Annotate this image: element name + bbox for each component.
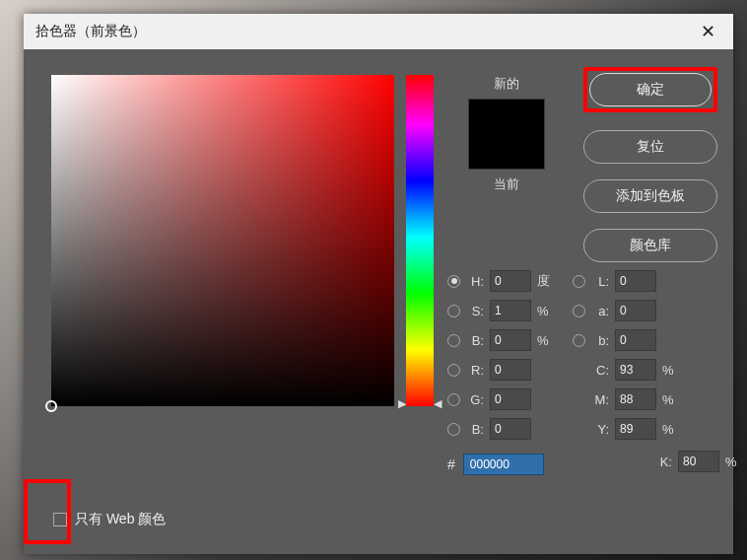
s-input[interactable]: 1 bbox=[490, 300, 531, 321]
button-column: 确定 复位 添加到色板 颜色库 bbox=[583, 67, 717, 262]
b-rgb-radio[interactable] bbox=[447, 423, 460, 436]
saturation-value-field[interactable] bbox=[51, 75, 394, 406]
b-hsb-radio[interactable] bbox=[447, 334, 460, 347]
color-library-button[interactable]: 颜色库 bbox=[583, 229, 717, 262]
a-input[interactable]: 0 bbox=[615, 300, 656, 321]
c-input[interactable]: 93 bbox=[615, 359, 656, 381]
color-preview: 新的 当前 bbox=[447, 75, 566, 193]
add-to-swatch-button[interactable]: 添加到色板 bbox=[583, 179, 717, 213]
hex-input[interactable]: 000000 bbox=[463, 454, 544, 475]
b-rgb-input[interactable]: 0 bbox=[490, 418, 531, 440]
r-label: R: bbox=[466, 363, 484, 378]
close-icon[interactable]: ✕ bbox=[695, 19, 721, 44]
color-value-fields: H: 0 度 L: 0 S: 1 % bbox=[447, 270, 743, 483]
hue-slider-thumb[interactable]: ▶◀ bbox=[398, 397, 441, 410]
hue-radio[interactable] bbox=[447, 275, 460, 288]
g-input[interactable]: 0 bbox=[490, 388, 531, 410]
web-only-label: 只有 Web 颜色 bbox=[75, 511, 166, 528]
r-input[interactable]: 0 bbox=[490, 359, 531, 381]
b-hsb-input[interactable]: 0 bbox=[490, 329, 531, 351]
l-input[interactable]: 0 bbox=[615, 270, 656, 292]
b-rgb-label: B: bbox=[466, 422, 484, 437]
reset-button[interactable]: 复位 bbox=[583, 130, 717, 164]
a-radio[interactable] bbox=[573, 305, 585, 317]
y-input[interactable]: 89 bbox=[615, 418, 656, 440]
y-label: Y: bbox=[591, 422, 609, 437]
y-unit: % bbox=[662, 422, 680, 437]
b-lab-label: b: bbox=[591, 333, 609, 348]
new-color-label: 新的 bbox=[447, 75, 566, 93]
current-color-label: 当前 bbox=[447, 175, 566, 193]
b-hsb-label: B: bbox=[466, 333, 484, 348]
g-radio[interactable] bbox=[447, 393, 460, 406]
s-label: S: bbox=[466, 304, 484, 318]
l-radio[interactable] bbox=[573, 275, 585, 288]
dialog-body: ▶◀ 新的 当前 确定 复位 添加到色板 颜色库 H: 0 度 bbox=[24, 49, 733, 554]
a-label: a: bbox=[591, 304, 609, 318]
l-label: L: bbox=[591, 274, 609, 289]
highlight-bottom-left bbox=[24, 479, 71, 544]
s-radio[interactable] bbox=[447, 305, 460, 317]
h-label: H: bbox=[466, 274, 484, 289]
c-label: C: bbox=[591, 363, 609, 378]
k-unit: % bbox=[725, 455, 743, 469]
h-input[interactable]: 0 bbox=[490, 270, 531, 292]
titlebar: 拾色器（前景色） ✕ bbox=[24, 14, 733, 49]
m-label: M: bbox=[591, 392, 609, 407]
dialog-title: 拾色器（前景色） bbox=[35, 23, 146, 40]
b-lab-input[interactable]: 0 bbox=[615, 329, 656, 351]
highlight-ok: 确定 bbox=[583, 67, 717, 112]
hue-strip[interactable]: ▶◀ bbox=[406, 75, 434, 406]
s-unit: % bbox=[537, 304, 555, 318]
k-input[interactable]: 80 bbox=[678, 451, 719, 472]
c-unit: % bbox=[662, 363, 680, 378]
color-picker-dialog: 拾色器（前景色） ✕ ▶◀ 新的 当前 确定 复位 添加到色板 颜色库 bbox=[24, 14, 733, 554]
r-radio[interactable] bbox=[447, 364, 460, 377]
m-unit: % bbox=[662, 392, 680, 407]
b-lab-radio[interactable] bbox=[573, 334, 585, 347]
b-hsb-unit: % bbox=[537, 333, 555, 348]
sv-cursor-icon[interactable] bbox=[45, 400, 57, 412]
m-input[interactable]: 88 bbox=[615, 388, 656, 410]
new-color-swatch bbox=[468, 99, 545, 170]
k-label: K: bbox=[654, 455, 672, 469]
hash-icon: # bbox=[447, 456, 455, 472]
h-unit: 度 bbox=[537, 272, 555, 290]
g-label: G: bbox=[466, 392, 484, 407]
ok-button[interactable]: 确定 bbox=[589, 73, 712, 106]
